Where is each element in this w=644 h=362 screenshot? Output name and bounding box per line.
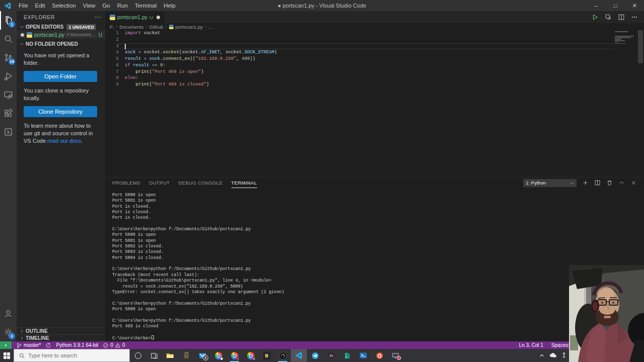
line-number: 3	[106, 43, 119, 50]
unsaved-dot-icon[interactable]	[156, 16, 160, 19]
breadcrumb-item[interactable]: portscan1.py	[176, 24, 203, 30]
close-button[interactable]: ✕	[625, 0, 644, 11]
cursor-position-item[interactable]: Ln 3, Col 1	[519, 342, 543, 348]
menu-run[interactable]: Run	[114, 0, 131, 11]
open-folder-button[interactable]: Open Folder	[24, 71, 97, 82]
activity-run-and-debug[interactable]	[0, 67, 17, 85]
more-actions-icon[interactable]	[631, 14, 638, 21]
telegram-icon	[311, 352, 319, 359]
menu-selection[interactable]: Selection	[48, 0, 79, 11]
taskbar-dev-app[interactable]	[339, 349, 355, 362]
no-folder-section-header[interactable]: NO FOLDER OPENED	[17, 40, 105, 48]
breadcrumb-item[interactable]: Github	[149, 24, 164, 30]
panel-tab-debug-console[interactable]: DEBUG CONSOLE	[178, 177, 222, 188]
panel-tab-problems[interactable]: PROBLEMS	[112, 177, 140, 188]
taskbar-chrome-profile-1[interactable]	[210, 349, 226, 362]
menu-edit[interactable]: Edit	[32, 0, 49, 11]
terminal-line: TypeError: socket.connect_ex() takes exa…	[112, 290, 644, 295]
activity-search[interactable]	[0, 30, 17, 48]
taskbar-powershell[interactable]	[355, 349, 371, 362]
taskbar-chrome-profile-2[interactable]	[226, 349, 243, 362]
menu-bar: FileEditSelectionViewGoRunTerminalHelp	[15, 0, 179, 11]
tray-expand-chevron-icon	[538, 352, 545, 359]
breadcrumb-item[interactable]: Documents	[119, 24, 143, 30]
minimize-button[interactable]: –	[587, 0, 606, 11]
sync-item[interactable]	[45, 342, 51, 348]
activity-live-share[interactable]	[0, 123, 17, 141]
terminal-line: Port 5000 is open	[112, 193, 644, 198]
activity-source-control[interactable]: 19	[0, 48, 17, 67]
tray-onedrive-cloud[interactable]	[548, 351, 557, 360]
timeline-section-header[interactable]: TIMELINE	[17, 334, 106, 341]
terminal-output[interactable]: Port 5000 is openPort 5001 is openPort i…	[106, 188, 644, 341]
maximize-panel-icon[interactable]	[618, 179, 625, 186]
taskbar-mail[interactable]: 8	[194, 349, 210, 362]
minimap[interactable]	[615, 31, 636, 45]
python-file-icon	[110, 15, 115, 20]
taskbar-task-view[interactable]	[146, 349, 162, 362]
activity-explorer[interactable]: 1	[0, 11, 17, 30]
outline-section-header[interactable]: OUTLINE	[17, 327, 106, 334]
menu-terminal[interactable]: Terminal	[131, 0, 160, 11]
taskbar-chrome-profile-3[interactable]	[243, 349, 259, 362]
menu-file[interactable]: File	[15, 0, 32, 11]
breadcrumb: F:›Documents›Github›portscan1.py›...	[106, 23, 644, 30]
taskbar-screen-share[interactable]	[387, 349, 404, 362]
taskbar-voice-app[interactable]	[323, 349, 339, 362]
dev-app-icon	[344, 352, 351, 359]
clone-repository-button[interactable]: Clone Repository	[24, 106, 97, 117]
token: 499	[242, 56, 250, 61]
close-panel-icon[interactable]	[630, 179, 637, 186]
activity-settings[interactable]: 1	[0, 323, 17, 341]
remote-explorer-icon	[4, 90, 13, 100]
token	[125, 69, 136, 74]
start-button[interactable]	[0, 349, 14, 362]
python-interpreter-item[interactable]: Python 3.9.1 64-bit	[56, 342, 98, 348]
terminal-panel: PROBLEMSOUTPUTDEBUG CONSOLETERMINAL 1: P…	[106, 177, 644, 341]
editor-scrollbar[interactable]	[638, 30, 643, 63]
tray-usb-device[interactable]	[559, 351, 569, 360]
maximize-button[interactable]: □	[606, 0, 625, 11]
tray-tray-expand-chevron[interactable]	[537, 351, 546, 360]
activity-remote-explorer[interactable]	[0, 85, 17, 104]
terminal-line: C:\Users\herbe>python f:/Documents/Githu…	[112, 318, 644, 324]
menu-view[interactable]: View	[79, 0, 99, 11]
new-terminal-icon[interactable]	[582, 179, 589, 186]
code-editor[interactable]: 1import socket234sock = socket.socket(so…	[106, 30, 644, 177]
sidebar-more-actions-icon[interactable]: ⋯	[95, 14, 101, 21]
activity-account[interactable]	[0, 304, 17, 323]
activity-extensions[interactable]	[0, 104, 17, 123]
run-or-debug-icon[interactable]	[605, 14, 612, 21]
read-our-docs-link[interactable]: read our docs	[47, 138, 81, 144]
git-branch-item[interactable]: master*	[16, 342, 41, 348]
taskbar-telegram[interactable]	[307, 349, 323, 362]
remote-indicator[interactable]: ×	[0, 341, 12, 349]
split-editor-icon[interactable]	[618, 14, 625, 21]
open-editors-section-header[interactable]: OPEN EDITORS 1 UNSAVED	[17, 23, 105, 31]
panel-tab-terminal[interactable]: TERMINAL	[231, 177, 257, 188]
taskbar-obs-studio[interactable]	[275, 349, 291, 362]
run-python-file-icon[interactable]	[592, 14, 599, 21]
taskbar-cortana[interactable]	[130, 349, 146, 362]
taskbar-file-explorer[interactable]	[162, 349, 178, 362]
breadcrumb-item[interactable]: F:	[110, 24, 114, 30]
terminal-shell-select[interactable]: 1: Python	[523, 179, 577, 187]
panel-tab-output[interactable]: OUTPUT	[149, 177, 170, 188]
tab-portscan1[interactable]: portscan1.py U	[106, 11, 164, 23]
taskbar-game-app[interactable]	[259, 349, 275, 362]
search-input[interactable]	[28, 352, 114, 358]
taskbar-vscode[interactable]	[291, 349, 307, 362]
taskbar-microsoft-store[interactable]	[178, 349, 194, 362]
split-terminal-icon[interactable]	[594, 179, 601, 186]
open-editor-item[interactable]: portscan1.py F:\Documents\... U	[17, 31, 105, 39]
problems-item[interactable]: 0 0	[103, 342, 125, 348]
breadcrumb-item[interactable]: ...	[208, 24, 212, 30]
taskbar-office-app[interactable]	[371, 349, 387, 362]
menu-help[interactable]: Help	[160, 0, 179, 11]
taskbar-search[interactable]	[14, 349, 130, 362]
code-line: 7 print("Port 499 is open")	[106, 69, 644, 75]
kill-terminal-icon[interactable]	[606, 179, 613, 186]
code-text: import socket	[119, 30, 160, 37]
indentation-item[interactable]: Spaces:	[551, 342, 570, 348]
menu-go[interactable]: Go	[99, 0, 113, 11]
